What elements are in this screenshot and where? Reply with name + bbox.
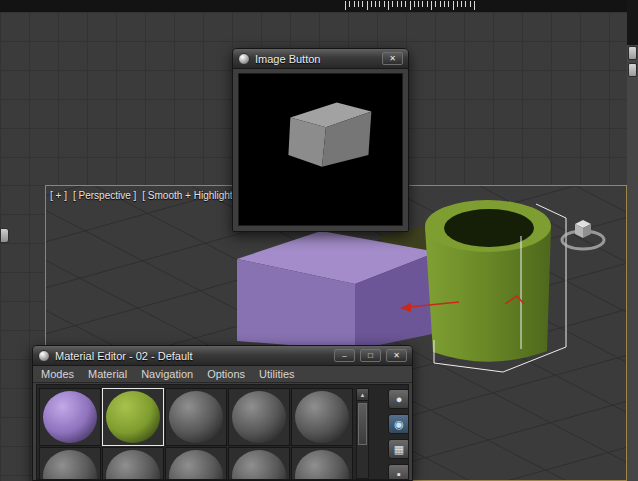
ruler-tick [392,1,393,7]
scrollbar-thumb[interactable] [358,403,367,445]
material-slot[interactable] [228,447,290,480]
ruler-tick [457,1,458,7]
menu-navigation[interactable]: Navigation [141,368,193,380]
ruler-tick [448,1,449,7]
material-sphere [106,391,160,443]
ruler-tick [474,1,475,10]
viewport-label-part[interactable]: [ Perspective ] [73,190,136,201]
ruler-tick [435,1,436,7]
ruler-tick [440,1,441,7]
ruler-tick [379,1,380,7]
material-slot[interactable] [165,388,227,446]
material-sphere [43,450,97,480]
scroll-up-icon[interactable]: ▲ [357,389,368,401]
left-panel-fragment[interactable] [0,228,9,243]
menu-utilities[interactable]: Utilities [259,368,294,380]
ruler-tick [461,1,462,7]
ruler-tick [431,1,432,10]
ruler-tick [453,1,454,10]
image-button-preview[interactable] [238,73,403,226]
viewport-label-part[interactable]: [ + ] [50,190,67,201]
ruler-tick [422,1,423,7]
material-editor-titlebar[interactable]: Material Editor - 02 - Default – □ ✕ [33,346,412,366]
ruler-tick [410,1,411,10]
command-panel-dark-top [627,0,638,45]
ruler-tick [444,1,445,7]
material-slot[interactable] [39,388,101,446]
material-sphere [295,450,349,480]
material-sphere [232,391,286,443]
material-editor-title: Material Editor - 02 - Default [55,350,329,362]
ruler-tick [401,1,402,7]
ruler-ticks [345,1,485,11]
material-sphere [295,391,349,443]
material-editor-window: Material Editor - 02 - Default – □ ✕ Mod… [32,345,413,481]
material-sphere [106,450,160,480]
right-panel-button[interactable] [628,63,637,77]
ruler-tick [371,1,372,7]
backlight-button[interactable]: ◉ [388,414,409,434]
right-panel-button[interactable] [628,46,637,60]
purple-box-object[interactable] [237,231,437,350]
sample-type-button[interactable]: ● [388,389,409,409]
material-editor-menubar: ModesMaterialNavigationOptionsUtilities [33,366,412,383]
material-sphere [43,391,97,443]
ruler-tick [470,1,471,7]
axis-tripod-icon [562,220,604,249]
slots-scrollbar[interactable]: ▲ [356,388,369,479]
max-application: [ + ][ Perspective ][ Smooth + Highlight… [0,0,638,481]
ruler-tick [427,1,428,7]
material-slot[interactable] [39,447,101,480]
menu-modes[interactable]: Modes [41,368,74,380]
viewport-label: [ + ][ Perspective ][ Smooth + Highlight… [50,190,243,201]
material-editor-toolbar: ●◉▦▪ [388,389,409,480]
green-tube-object[interactable] [425,200,551,362]
material-slot[interactable] [291,388,353,446]
material-slot-grid [39,388,353,480]
ruler-tick [358,1,359,7]
ruler-tick [405,1,406,7]
close-icon[interactable]: ✕ [382,52,403,65]
material-sphere [232,450,286,480]
material-slot[interactable] [102,388,164,446]
material-slot[interactable] [291,447,353,480]
image-button-titlebar[interactable]: Image Button ✕ [233,49,408,69]
ruler-tick [414,1,415,7]
dialog-icon [238,53,250,65]
material-slot[interactable] [228,388,290,446]
material-slot[interactable] [165,447,227,480]
material-sphere [169,450,223,480]
ruler-tick [375,1,376,7]
menu-material[interactable]: Material [88,368,127,380]
material-editor-icon [38,350,50,362]
ruler-tick [367,1,368,10]
material-sphere [169,391,223,443]
ruler-tick [345,1,346,10]
dialog-title: Image Button [255,53,377,65]
ruler-tick [349,1,350,7]
image-button-dialog: Image Button ✕ [232,48,409,232]
close-icon[interactable]: ✕ [386,349,407,362]
menu-options[interactable]: Options [207,368,245,380]
minimize-icon[interactable]: – [334,349,355,362]
maximize-icon[interactable]: □ [360,349,381,362]
preview-render [239,74,402,225]
material-editor-content: ▲ ●◉▦▪ [36,384,409,480]
viewport-label-part[interactable]: [ Smooth + Highlights ] [142,190,243,201]
ruler-tick [397,1,398,7]
track-bar-ruler[interactable] [0,0,638,12]
ruler-tick [354,1,355,7]
material-slot[interactable] [102,447,164,480]
background-button[interactable]: ▦ [388,439,409,459]
command-panel-edge [627,0,638,481]
ruler-tick [388,1,389,10]
ruler-tick [465,1,466,7]
ruler-tick [362,1,363,7]
sample-uv-tiling-button[interactable]: ▪ [388,464,409,480]
ruler-tick [418,1,419,7]
ruler-tick [384,1,385,7]
